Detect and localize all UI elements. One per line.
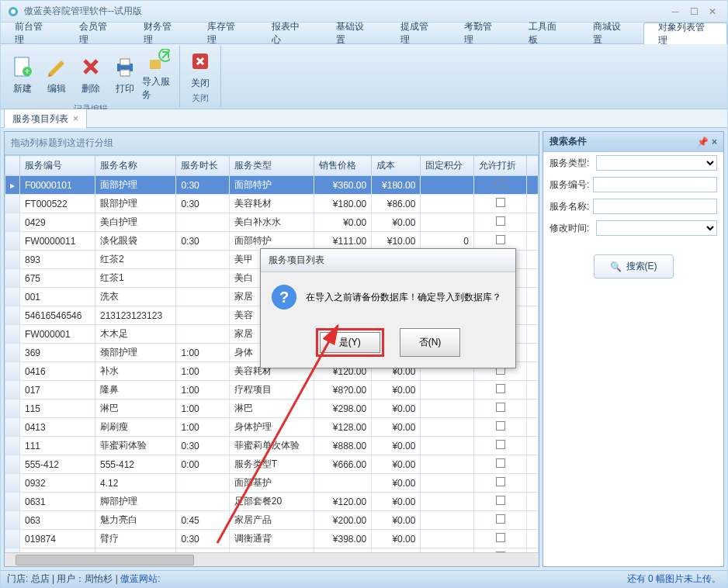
cell: 0:00 (176, 455, 229, 474)
cell (421, 474, 473, 493)
menu-4[interactable]: 报表中心 (258, 22, 322, 43)
table-row[interactable]: 09324.12面部基护¥0.00 (5, 474, 539, 493)
ribbon-new-button[interactable]: +新建 (5, 47, 40, 102)
minimize-button[interactable]: ─ (667, 5, 684, 19)
checkbox[interactable] (496, 198, 505, 207)
menu-8[interactable]: 工具面板 (515, 22, 579, 43)
menu-7[interactable]: 考勤管理 (450, 22, 515, 43)
ribbon-close-button[interactable]: 关闭 (183, 47, 217, 91)
checkbox[interactable] (496, 440, 505, 449)
ribbon: +新建编辑删除打印导入服务记录编辑关闭关闭 (1, 44, 727, 109)
row-indicator (5, 437, 20, 455)
cell: 眼部护理 (95, 195, 175, 213)
field-text[interactable] (593, 177, 717, 192)
tab-close-icon[interactable]: × (73, 113, 78, 124)
no-button[interactable]: 否(N) (400, 328, 461, 357)
column-header[interactable]: 服务类型 (229, 156, 314, 176)
search-icon: 🔍 (610, 261, 622, 272)
new-icon: + (10, 54, 35, 79)
checkbox[interactable] (496, 533, 505, 542)
field-select[interactable] (596, 220, 717, 236)
field-text[interactable] (593, 199, 717, 214)
table-row[interactable]: 555-412555-4120:00服务类型T¥666.00¥0.00 (5, 455, 539, 474)
cell: 893 (20, 251, 95, 269)
menu-0[interactable]: 前台管理 (1, 22, 65, 43)
cell (421, 493, 473, 511)
column-header[interactable]: 固定积分 (421, 156, 473, 176)
search-panel-title: 搜索条件 (549, 135, 587, 148)
menu-10[interactable]: 对象列表管理 (643, 22, 727, 44)
cell: 555-412 (20, 455, 95, 474)
menu-6[interactable]: 提成管理 (387, 22, 451, 43)
field-select[interactable] (596, 155, 717, 171)
maximize-button[interactable]: ☐ (685, 5, 702, 19)
column-header[interactable]: 服务名称 (95, 156, 175, 176)
cell: 1:00 (176, 381, 229, 399)
ribbon-delete-button[interactable]: 删除 (74, 47, 108, 102)
column-header[interactable]: 销售价格 (314, 156, 371, 176)
checkbox[interactable] (496, 421, 505, 431)
menu-2[interactable]: 财务管理 (130, 22, 194, 43)
field-label: 服务编号: (549, 178, 590, 192)
table-row[interactable]: FT000522眼部护理0:30美容耗材¥180.00¥86.00 (5, 195, 539, 213)
yes-button[interactable]: 是(Y) (320, 332, 380, 353)
checkbox[interactable] (496, 216, 505, 226)
table-row[interactable]: 111菲蜜莉体验0:30菲蜜莉单次体验¥888.00¥0.00 (5, 437, 539, 455)
pin-icon[interactable]: 📌 (697, 137, 709, 147)
search-button[interactable]: 🔍 搜索(E) (594, 254, 674, 278)
ribbon-edit-button[interactable]: 编辑 (40, 47, 74, 102)
cell: FW000001 (20, 325, 95, 344)
horizontal-scrollbar[interactable] (5, 552, 539, 566)
cell: 身体护理 (229, 418, 314, 437)
cell: 0932 (20, 474, 95, 493)
checkbox[interactable] (496, 477, 505, 486)
column-header[interactable]: 允许打折 (473, 156, 526, 176)
column-header[interactable]: 成本 (372, 156, 421, 176)
table-row[interactable]: 063魅力亮白0:45家居产品¥200.00¥0.00 (5, 511, 539, 530)
cell (473, 195, 526, 213)
cell: ¥0.00 (314, 213, 371, 232)
ribbon-import-button[interactable]: 导入服务 (142, 47, 176, 102)
cell: F00000101 (20, 176, 95, 195)
checkbox[interactable] (496, 403, 505, 412)
menu-3[interactable]: 库存管理 (193, 22, 258, 43)
cell: 美容耗材 (229, 195, 314, 213)
cell (176, 251, 229, 269)
cell: ¥0.00 (372, 399, 421, 418)
status-upload-info[interactable]: 还有 0 幅图片未上传。 (627, 572, 721, 586)
table-row[interactable]: FW0000011淡化眼袋0:30面部特护¥111.00¥10.000 (5, 232, 539, 251)
menu-5[interactable]: 基础设置 (322, 22, 387, 43)
cell (176, 306, 229, 325)
yes-highlight: 是(Y) (316, 328, 384, 357)
status-website-link[interactable]: 傲蓝网站: (120, 573, 160, 584)
table-row[interactable]: 115淋巴1:00淋巴¥298.00¥0.00 (5, 399, 539, 418)
menu-9[interactable]: 商城设置 (579, 22, 643, 43)
cell: 0:30 (176, 176, 229, 195)
close-window-button[interactable]: ✕ (704, 5, 721, 19)
checkbox[interactable] (496, 458, 505, 468)
table-row[interactable]: 0429美白护理美白补水水¥0.00¥0.00 (5, 213, 539, 232)
checkbox[interactable] (496, 384, 505, 393)
tab-service-list[interactable]: 服务项目列表 × (4, 109, 87, 129)
checkbox[interactable] (496, 514, 505, 524)
table-row[interactable]: ▸F00000101面部护理0:30面部特护¥360.00¥180.00 (5, 176, 539, 195)
ribbon-label: 导入服务 (142, 75, 176, 102)
menu-1[interactable]: 会员管理 (65, 22, 130, 43)
table-row[interactable]: 017隆鼻1:00疗程项目¥8?0.00¥0.00 (5, 381, 539, 399)
table-row[interactable]: 0631脚部护理足部套餐20¥120.00¥0.00 (5, 493, 539, 511)
table-row[interactable]: 019874臂疗0:30调衡通背¥398.00¥0.00 (5, 530, 539, 548)
checkbox[interactable] (496, 179, 505, 189)
column-header[interactable]: 服务编号 (20, 156, 95, 176)
panel-close-icon[interactable]: × (712, 137, 717, 147)
cell: 675 (20, 269, 95, 288)
column-header[interactable]: 服务时长 (176, 156, 229, 176)
cell: ¥0.00 (372, 511, 421, 530)
checkbox[interactable] (496, 496, 505, 505)
cell: 淋巴 (95, 399, 175, 418)
row-indicator (5, 344, 20, 362)
ribbon-print-button[interactable]: 打印 (108, 47, 142, 102)
table-row[interactable]: 0413刷刷瘦1:00身体护理¥128.00¥0.00 (5, 418, 539, 437)
checkbox[interactable] (496, 235, 505, 244)
form-row: 服务名称: (543, 195, 723, 217)
scrollbar-thumb[interactable] (16, 555, 194, 566)
